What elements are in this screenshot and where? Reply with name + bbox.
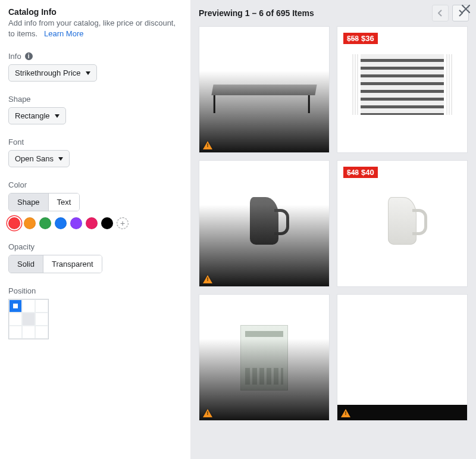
warning-icon [203,409,212,417]
warning-icon [341,409,350,417]
fade-overlay [199,339,329,420]
info-dropdown[interactable]: Strikethrough Price [8,64,97,82]
position-cell[interactable] [22,299,35,313]
color-swatch[interactable] [24,217,36,229]
font-dropdown[interactable]: Open Sans [8,150,70,167]
position-group: Position [8,286,178,339]
color-swatch[interactable] [86,217,98,229]
position-grid [8,299,49,339]
preview-card[interactable]: $58$36 [337,26,468,153]
chevron-down-icon [58,157,63,161]
color-swatch[interactable] [101,217,113,229]
preview-header: Previewing 1 – 6 of 695 Items [190,0,476,26]
chevron-down-icon [55,114,60,118]
prev-page-button[interactable] [432,5,449,21]
color-swatches: + [8,217,178,229]
price-original: $58 [347,35,359,43]
preview-card[interactable] [337,294,468,421]
position-cell[interactable] [35,326,48,339]
warning-icon [203,141,212,149]
shape-group: Shape Rectangle [8,95,178,124]
info-group: Info i Strikethrough Price [8,52,178,82]
preview-title: Previewing 1 – 6 of 695 Items [199,8,314,18]
opacity-transparent[interactable]: Transparent [43,255,102,273]
bottom-bar [337,405,467,420]
position-cell[interactable] [22,326,35,339]
color-tab-shape[interactable]: Shape [9,193,48,211]
warning-icon [203,275,212,283]
chevron-down-icon [86,71,90,75]
catalog-info-sidebar: Catalog Info Add info from your catalog,… [0,0,190,459]
price-badge: $58$36 [343,33,378,44]
position-cell[interactable] [22,313,35,326]
position-cell[interactable] [9,326,22,339]
position-cell[interactable] [35,299,48,313]
color-swatch[interactable] [39,217,51,229]
preview-panel: Previewing 1 – 6 of 695 Items $58$36$48$… [190,0,476,459]
info-label: Info i [8,52,178,61]
fade-overlay [199,71,329,152]
shape-label: Shape [8,95,178,104]
sidebar-title: Catalog Info [8,7,178,17]
color-swatch[interactable] [8,217,20,229]
chevron-left-icon [438,10,443,17]
sidebar-description: Add info from your catalog, like price o… [8,18,178,39]
fade-overlay [199,205,329,286]
color-label: Color [8,180,178,189]
learn-more-link[interactable]: Learn More [44,29,83,38]
position-cell[interactable] [9,313,22,326]
position-label: Position [8,286,178,295]
preview-card[interactable] [199,26,330,153]
opacity-solid[interactable]: Solid [9,255,43,273]
font-label: Font [8,138,178,146]
color-group: Color Shape Text + [8,180,178,229]
price-sale: $36 [361,34,374,43]
position-cell[interactable] [9,299,22,313]
color-swatch[interactable] [70,217,82,229]
price-original: $48 [347,168,359,177]
price-sale: $40 [361,168,374,177]
position-cell[interactable] [35,313,48,326]
shape-dropdown[interactable]: Rectangle [8,107,66,124]
preview-card[interactable]: $48$40 [337,160,468,287]
close-icon[interactable] [459,2,472,15]
color-tab-text[interactable]: Text [48,193,80,211]
opacity-label: Opacity [8,242,178,251]
opacity-group: Opacity Solid Transparent [8,242,178,273]
color-swatch-custom[interactable]: + [117,217,129,229]
color-target-toggle: Shape Text [8,193,80,211]
font-group: Font Open Sans [8,138,178,167]
preview-card[interactable] [199,294,330,421]
preview-grid: $58$36$48$40 [190,26,476,429]
info-icon[interactable]: i [25,52,33,60]
preview-card[interactable] [199,160,330,287]
price-badge: $48$40 [343,167,378,178]
opacity-toggle: Solid Transparent [8,255,102,273]
color-swatch[interactable] [55,217,67,229]
